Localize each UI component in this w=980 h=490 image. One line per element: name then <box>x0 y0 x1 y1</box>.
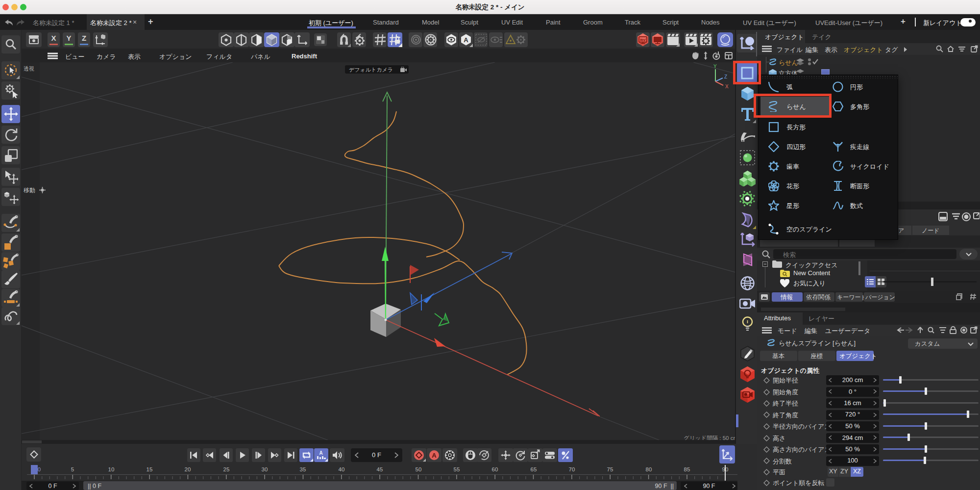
svg-text:Y: Y <box>713 64 717 69</box>
svg-text:RV: RV <box>640 38 646 42</box>
svg-text:A: A <box>464 36 468 44</box>
svg-text:Z: Z <box>724 74 727 79</box>
svg-text:A: A <box>432 452 437 459</box>
svg-text:X: X <box>725 84 729 89</box>
svg-text:A: A <box>319 450 322 456</box>
